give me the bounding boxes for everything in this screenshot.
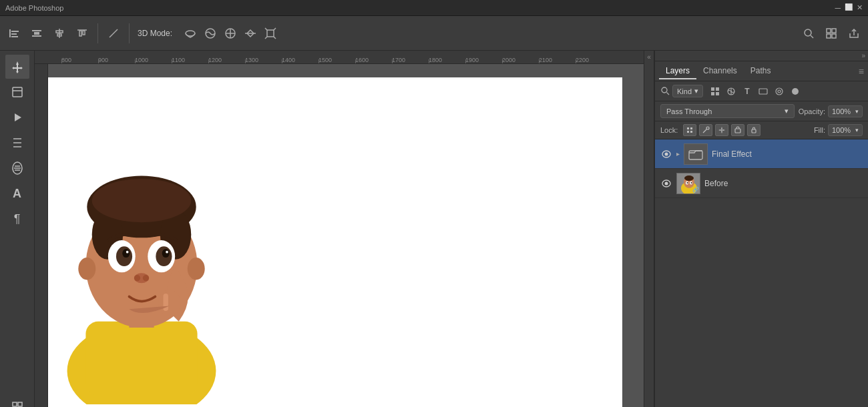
workspace-icon[interactable]	[824, 26, 839, 41]
filter-row: Kind ▾ T	[655, 81, 868, 101]
scale-3d-icon[interactable]	[263, 26, 278, 41]
svg-rect-20	[267, 30, 274, 37]
layer-visibility-eye[interactable]	[660, 177, 672, 189]
svg-rect-27	[827, 29, 831, 33]
type-tool[interactable]: A	[5, 181, 29, 206]
filter-shape-icon[interactable]	[756, 85, 770, 97]
filter-pixel-icon[interactable]	[708, 85, 722, 97]
svg-rect-69	[164, 294, 168, 311]
layer-item[interactable]: 🔗 Before	[655, 169, 868, 198]
svg-rect-2	[11, 33, 17, 35]
paragraph-tool[interactable]: ¶	[5, 207, 29, 231]
svg-line-13	[110, 29, 118, 37]
slide-3d-icon[interactable]	[243, 26, 258, 41]
fill-input[interactable]: 100% ▾	[828, 124, 863, 136]
filter-circle-icon[interactable]	[789, 85, 802, 97]
pan-3d-icon[interactable]	[223, 26, 238, 41]
align-top-icon[interactable]	[75, 26, 89, 41]
svg-line-86	[703, 129, 707, 133]
play-action-tool[interactable]	[5, 105, 29, 129]
svg-rect-85	[690, 131, 692, 133]
move-tool[interactable]	[5, 55, 29, 79]
ruler-mark: 1700	[392, 57, 429, 63]
svg-point-25	[805, 29, 811, 36]
ruler-mark: 1900	[465, 57, 502, 63]
panel-menu-icon[interactable]: ≡	[859, 66, 864, 77]
svg-point-99	[684, 175, 694, 181]
ruler-mark: 1600	[355, 57, 392, 63]
svg-rect-84	[687, 131, 689, 133]
line-tool-icon[interactable]	[106, 26, 121, 41]
svg-point-63	[126, 251, 129, 254]
filter-adjustment-icon[interactable]	[724, 85, 738, 97]
collapse-left-icon[interactable]: «	[647, 53, 651, 61]
layer-tool[interactable]	[5, 395, 29, 407]
svg-rect-11	[79, 31, 81, 36]
layer-group-thumb	[684, 143, 708, 165]
artboard-tool[interactable]	[5, 80, 29, 104]
svg-rect-74	[711, 92, 714, 95]
right-panel: » Layers Channels Paths ≡ Kind ▾	[654, 51, 868, 407]
tumble-3d-icon[interactable]	[203, 26, 218, 41]
svg-rect-82	[687, 127, 689, 129]
blend-mode-dropdown[interactable]: Pass Through ▾	[660, 104, 795, 118]
layer-expand-arrow[interactable]: ▸	[676, 150, 680, 157]
tab-paths[interactable]: Paths	[744, 63, 778, 79]
blend-row: Pass Through ▾ Opacity: 100% ▾	[655, 101, 868, 121]
distribute-icon[interactable]	[29, 26, 44, 41]
svg-line-26	[811, 35, 813, 38]
layers-list: ▸ Final Effect	[655, 139, 868, 407]
filter-smart-icon[interactable]	[773, 85, 786, 97]
lock-brush-button[interactable]	[699, 124, 712, 136]
close-button[interactable]: ✕	[857, 3, 863, 13]
canvas-content[interactable]	[48, 64, 644, 407]
top-toolbar: 3D Mode:	[0, 16, 868, 51]
svg-point-87	[706, 127, 709, 129]
svg-rect-29	[827, 34, 831, 38]
svg-rect-93	[689, 151, 702, 159]
minimize-button[interactable]: ─	[835, 3, 841, 13]
svg-rect-72	[711, 87, 714, 91]
svg-line-71	[667, 92, 670, 95]
align-center-icon[interactable]	[52, 26, 67, 41]
fill-label: Fill:	[814, 126, 825, 134]
svg-rect-78	[759, 89, 767, 94]
layer-visibility-eye[interactable]	[660, 148, 672, 160]
tab-layers[interactable]: Layers	[659, 63, 696, 79]
panel-collapse-right-icon[interactable]: »	[861, 52, 865, 59]
lock-pixels-button[interactable]	[683, 124, 696, 136]
share-icon[interactable]	[847, 26, 861, 41]
mode-label: 3D Mode:	[138, 29, 172, 38]
svg-rect-44	[18, 402, 22, 406]
svg-rect-4	[32, 30, 41, 31]
maximize-button[interactable]: ⬜	[845, 3, 853, 13]
brush-settings-tool[interactable]	[5, 131, 29, 155]
svg-line-21	[265, 28, 267, 30]
tab-channels[interactable]: Channels	[696, 63, 744, 79]
kind-chevron-icon: ▾	[694, 87, 698, 95]
svg-rect-89	[735, 129, 740, 133]
kind-dropdown[interactable]: Kind ▾	[672, 85, 703, 97]
rotate-3d-icon[interactable]	[183, 26, 198, 41]
lock-move-button[interactable]	[715, 124, 728, 136]
ruler-mark: 1800	[429, 57, 465, 63]
ruler-mark: 1300	[245, 57, 282, 63]
svg-point-64	[166, 251, 168, 254]
mask-tool[interactable]	[5, 156, 29, 180]
panel-collapse-left[interactable]: «	[644, 51, 654, 407]
opacity-input[interactable]: 100% ▾	[828, 105, 863, 117]
svg-point-62	[162, 249, 170, 258]
svg-line-24	[274, 37, 276, 39]
layer-item[interactable]: ▸ Final Effect	[655, 139, 868, 169]
lock-artboard-button[interactable]	[731, 124, 744, 136]
lock-all-button[interactable]	[747, 124, 761, 136]
search-icon[interactable]	[801, 26, 816, 41]
lock-label: Lock:	[660, 126, 678, 134]
filter-type-icon[interactable]: T	[740, 85, 754, 97]
svg-rect-1	[11, 31, 19, 32]
ruler-mark: 800	[61, 57, 98, 63]
svg-rect-33	[13, 87, 22, 97]
filter-search-icon[interactable]	[660, 86, 670, 97]
align-left-icon[interactable]	[7, 26, 21, 41]
svg-point-70	[662, 87, 667, 93]
